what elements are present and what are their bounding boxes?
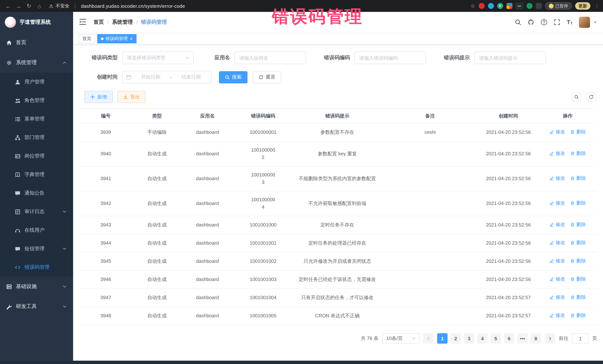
back-button[interactable]: ← (4, 1, 13, 10)
org-icon (15, 135, 20, 140)
table-row: 3948自动生成dashboard1001001005CRON 表达式不正确20… (79, 307, 597, 325)
hint-input[interactable] (474, 52, 546, 64)
extension-icon-green-v[interactable]: V (497, 3, 503, 9)
paused-badge[interactable]: 已暂停 (545, 2, 572, 10)
chevron-down-icon[interactable] (593, 20, 597, 24)
sidebar-item-users[interactable]: 角色管理 (0, 91, 73, 110)
code-input[interactable] (354, 52, 426, 64)
user-avatar[interactable] (579, 17, 590, 28)
page-button[interactable]: 5 (491, 333, 501, 344)
forward-button[interactable]: → (14, 1, 23, 10)
pager-ellipsis[interactable]: ••• (517, 333, 528, 344)
sidebar-item-infra[interactable]: 基础设施 (0, 276, 73, 297)
page-button[interactable]: 8 (531, 333, 541, 344)
edit-link[interactable]: 修改 (550, 221, 565, 228)
prev-page-button[interactable] (423, 333, 433, 344)
cell-code: 100100000 2 (233, 141, 293, 166)
sidebar-logo[interactable]: 芋道管理系统 (0, 12, 73, 33)
sidebar-item-user[interactable]: 用户管理 (0, 73, 73, 91)
edit-link[interactable]: 修改 (550, 128, 565, 136)
reset-button[interactable]: 重置 (253, 71, 281, 83)
search-icon[interactable] (515, 19, 521, 26)
extension-icon-grid[interactable] (506, 3, 512, 9)
sidebar-item-online[interactable]: 在线用户 (0, 221, 73, 240)
delete-link[interactable]: 删除 (570, 239, 586, 246)
delete-link[interactable]: 删除 (570, 257, 586, 265)
cell-type: 自动生成 (132, 141, 181, 166)
type-select[interactable]: 请选择错误码类型 (122, 52, 194, 64)
delete-link[interactable]: 删除 (570, 221, 586, 228)
edit-link[interactable]: 修改 (550, 276, 565, 283)
page-button[interactable]: 2 (451, 333, 461, 344)
extension-icon-on-badge[interactable]: on (516, 3, 523, 9)
close-icon[interactable]: × (130, 36, 133, 41)
breadcrumb-system[interactable]: 系统管理 (112, 19, 133, 26)
bookmark-star-icon[interactable]: ☆ (471, 3, 475, 9)
goto-page-input[interactable] (572, 333, 589, 344)
page-button[interactable]: 3 (464, 333, 474, 344)
home-button[interactable]: ⌂ (35, 1, 44, 10)
delete-link[interactable]: 删除 (570, 175, 586, 182)
sidebar-item-menu[interactable]: 菜单管理 (0, 110, 73, 128)
next-page-button[interactable] (545, 333, 555, 344)
type-label: 错误码类型 (84, 55, 118, 61)
page-button[interactable]: 4 (477, 333, 487, 344)
edit-link[interactable]: 修改 (550, 239, 565, 246)
sidebar-item-sms[interactable]: 短信管理 (0, 240, 73, 258)
fullscreen-icon[interactable] (554, 19, 560, 26)
delete-link[interactable]: 删除 (570, 294, 586, 301)
export-button[interactable]: 导出 (117, 91, 146, 103)
tag-item[interactable]: 首页 (79, 34, 95, 43)
extension-icon-red[interactable] (478, 3, 485, 9)
cell-app: dashboard (181, 123, 233, 141)
sidebar-item-log[interactable]: 审计日志 (0, 202, 73, 221)
app-input[interactable] (234, 52, 306, 64)
sidebar-item-code[interactable]: 错误码管理 (0, 258, 73, 276)
sidebar-item-book[interactable]: 字典管理 (0, 165, 73, 184)
delete-link[interactable]: 删除 (570, 128, 586, 136)
edit-link[interactable]: 修改 (550, 199, 565, 207)
edit-link[interactable]: 修改 (550, 150, 565, 157)
extension-icon-green[interactable] (526, 3, 532, 9)
sidebar-item-badge[interactable]: 岗位管理 (0, 147, 73, 165)
sidebar-item-tools[interactable]: 研发工具 (0, 297, 73, 317)
browser-menu-icon[interactable]: ⋮ (594, 3, 599, 9)
filter-row-1: 错误码类型 请选择错误码类型 应用名 错误码编码 (79, 52, 597, 64)
edit-link[interactable]: 修改 (550, 294, 565, 301)
delete-link[interactable]: 删除 (570, 312, 586, 319)
sidebar-item-label: 错误码管理 (24, 264, 49, 271)
refresh-table-button[interactable] (586, 92, 596, 102)
sidebar-item-megaphone[interactable]: 通知公告 (0, 184, 73, 202)
hamburger-icon[interactable] (79, 19, 87, 26)
address-bar[interactable]: ⚠ 不安全 dashboard.yudao.iocoder.cn/system/… (49, 3, 185, 9)
page-button[interactable]: 1 (437, 333, 448, 344)
edit-link[interactable]: 修改 (550, 312, 565, 319)
font-size-icon[interactable]: TT (567, 19, 573, 25)
add-button[interactable]: 新增 (84, 91, 113, 103)
cell-hint: 参数配置 key 重复 (293, 141, 382, 166)
table-toolbar: 新增 导出 (79, 91, 597, 103)
edit-link[interactable]: 修改 (550, 257, 565, 265)
search-button[interactable]: 搜索 (219, 71, 247, 83)
tag-active[interactable]: 错误码管理× (97, 34, 136, 43)
sidebar-item-home[interactable]: 首页 (0, 33, 73, 53)
extensions-puzzle-icon[interactable] (536, 3, 542, 9)
sidebar-item-gear[interactable]: 系统管理 (0, 53, 73, 73)
cell-time: 2021-04-20 23:52:56 (478, 141, 538, 166)
breadcrumb-home[interactable]: 首页 (93, 19, 104, 26)
github-icon[interactable] (528, 19, 534, 26)
page-button[interactable]: 6 (504, 333, 514, 344)
page-size-select[interactable]: 10条/页 (382, 333, 419, 344)
edit-link[interactable]: 修改 (550, 175, 565, 182)
delete-link[interactable]: 删除 (570, 199, 586, 207)
help-icon[interactable] (541, 19, 547, 26)
date-range-picker[interactable]: 开始日期 - 结束日期 (122, 71, 211, 83)
extension-icon-blue[interactable] (488, 3, 494, 9)
delete-link[interactable]: 删除 (570, 150, 586, 157)
toggle-search-button[interactable] (571, 92, 581, 102)
reload-button[interactable]: ↻ (24, 1, 33, 10)
update-button[interactable]: 更新 (575, 2, 590, 10)
sidebar-item-label: 通知公告 (24, 190, 45, 197)
sidebar-item-org[interactable]: 部门管理 (0, 128, 73, 147)
delete-link[interactable]: 删除 (570, 276, 586, 283)
